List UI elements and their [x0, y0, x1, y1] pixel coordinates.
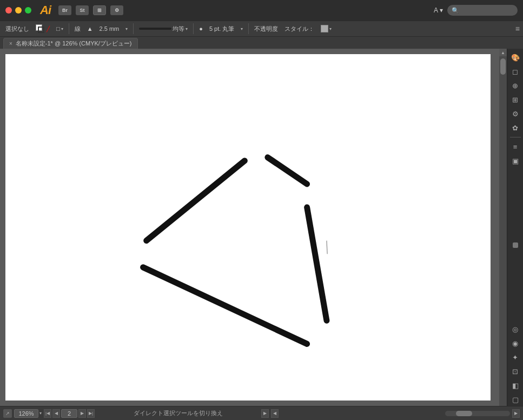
stroke-style-display: 均等 ▾	[137, 24, 190, 34]
grid-icon[interactable]: ⊞	[509, 93, 522, 106]
menu-a-button[interactable]: A ▾	[434, 6, 443, 14]
scroll-up-btn[interactable]: ▲	[499, 49, 507, 56]
h-scroll-thumb[interactable]	[456, 411, 472, 416]
titlebar-right: A ▾	[434, 5, 518, 16]
magic-icon[interactable]: ⚙	[110, 5, 123, 15]
first-page-btn[interactable]: |◀	[44, 409, 51, 418]
dot-icon: ●	[197, 24, 205, 33]
sun-icon[interactable]: ✦	[509, 351, 522, 364]
right-scroll-thumb[interactable]	[513, 242, 518, 248]
titlebar: Ai Br St ⊞ ⚙ A ▾	[0, 0, 523, 21]
link-icon[interactable]: ⊕	[509, 79, 522, 92]
right-panel: 🎨 ◻ ⊕ ⊞ ⚙ ✿ ≡ ▣ ◎ ◉ ✦ ⊡ ◧ ▢	[507, 49, 523, 406]
prev-page-btn[interactable]: ◀	[52, 409, 60, 418]
zoom-dropdown-arrow[interactable]: ▾	[39, 411, 42, 416]
zoom-input[interactable]: 126%	[14, 409, 38, 418]
search-input[interactable]	[447, 5, 518, 16]
minimize-button[interactable]	[15, 7, 22, 14]
style-swatch[interactable]: ▾	[319, 24, 334, 34]
divider-4	[248, 23, 249, 34]
svg-line-4	[327, 241, 327, 254]
traffic-lights	[5, 7, 31, 14]
vertical-scrollbar[interactable]: ▲	[499, 49, 507, 406]
main-area: ▲ 🎨 ◻ ⊕ ⊞ ⚙ ✿ ≡ ▣ ◎ ◉ ✦ ⊡ ◧ ▢	[0, 49, 523, 406]
stop-btn[interactable]: ◀	[271, 409, 279, 418]
canvas[interactable]	[5, 54, 491, 401]
fill-stroke-swatch[interactable]: ╱	[34, 23, 52, 34]
divider-2	[133, 23, 134, 34]
last-page-btn[interactable]: ▶|	[87, 409, 95, 418]
canvas-area[interactable]: ▲	[0, 49, 507, 406]
page-input[interactable]: 2	[61, 409, 77, 418]
tab-title: 名称未設定-1* @ 126% (CMYK/プレビュー)	[16, 40, 132, 48]
drawing-svg	[5, 54, 491, 401]
stroke-width-dropdown[interactable]: ▾	[123, 25, 130, 32]
divider-1	[69, 23, 69, 34]
opacity-label: 不透明度	[252, 24, 280, 34]
stroke-width-display: 2.5 mm	[97, 24, 122, 33]
app-logo: Ai	[40, 3, 51, 17]
svg-line-2	[307, 207, 327, 320]
document-tab[interactable]: × 名称未設定-1* @ 126% (CMYK/プレビュー)	[3, 38, 138, 49]
stroke-label: 線	[72, 24, 83, 34]
stroke-up-btn[interactable]: ▲	[85, 24, 95, 33]
zoom-control: 126% ▾	[14, 409, 42, 418]
tab-close[interactable]: ×	[9, 41, 12, 47]
svg-line-1	[268, 158, 307, 184]
artboard-icon[interactable]: ▢	[509, 393, 522, 406]
page-navigation: |◀ ◀ 2 ▶ ▶|	[44, 409, 95, 418]
square-filled-icon[interactable]: ▣	[509, 154, 522, 167]
status-text: ダイレクト選択ツールを切り換え	[97, 409, 259, 417]
toolbar-more-icon[interactable]: ≡	[515, 24, 520, 33]
style-label: スタイル：	[282, 24, 316, 34]
scroll-right-btn[interactable]: ▶	[512, 409, 520, 418]
shape-builder-icon[interactable]: ◻	[509, 65, 522, 78]
transform-icon[interactable]: ⊡	[509, 365, 522, 378]
flower-icon[interactable]: ✿	[509, 121, 522, 134]
selection-label: 選択なし	[3, 24, 31, 34]
target-icon[interactable]: ◎	[509, 323, 522, 336]
palette-icon[interactable]: 🎨	[509, 51, 522, 64]
horizontal-scrollbar[interactable]	[445, 411, 510, 416]
divider-3	[193, 23, 194, 34]
plugin-icon[interactable]: ⚙	[509, 107, 522, 120]
tabbar: × 名称未設定-1* @ 126% (CMYK/プレビュー)	[0, 37, 523, 49]
layers-icon[interactable]: ◧	[509, 379, 522, 392]
bottombar: ↗ 126% ▾ |◀ ◀ 2 ▶ ▶| ダイレクト選択ツールを切り換え ▶ ◀…	[0, 406, 523, 420]
close-button[interactable]	[5, 7, 12, 14]
toolbar: 選択なし ╱ □ ▾ 線 ▲ 2.5 mm ▾ 均等 ▾ ● 5 pt. 丸筆 …	[0, 21, 523, 37]
spiral-icon[interactable]: ◉	[509, 337, 522, 350]
next-page-btn[interactable]: ▶	[78, 409, 86, 418]
play-btn[interactable]: ▶	[261, 409, 269, 418]
stroke-size-dropdown[interactable]: ▾	[239, 25, 245, 32]
svg-line-3	[143, 267, 307, 344]
square-icon-btn[interactable]: □ ▾	[54, 24, 65, 33]
bridge-icon[interactable]: Br	[58, 5, 71, 15]
scroll-thumb-v[interactable]	[500, 58, 506, 75]
lines-icon[interactable]: ≡	[509, 140, 522, 153]
stock-icon[interactable]: St	[76, 5, 89, 15]
arrange-icon[interactable]: ⊞	[93, 5, 106, 15]
export-icon[interactable]: ↗	[3, 409, 12, 418]
stroke-size-display: 5 pt. 丸筆	[207, 24, 236, 34]
maximize-button[interactable]	[25, 7, 31, 14]
panel-divider-1	[510, 137, 521, 137]
svg-line-0	[147, 161, 245, 241]
